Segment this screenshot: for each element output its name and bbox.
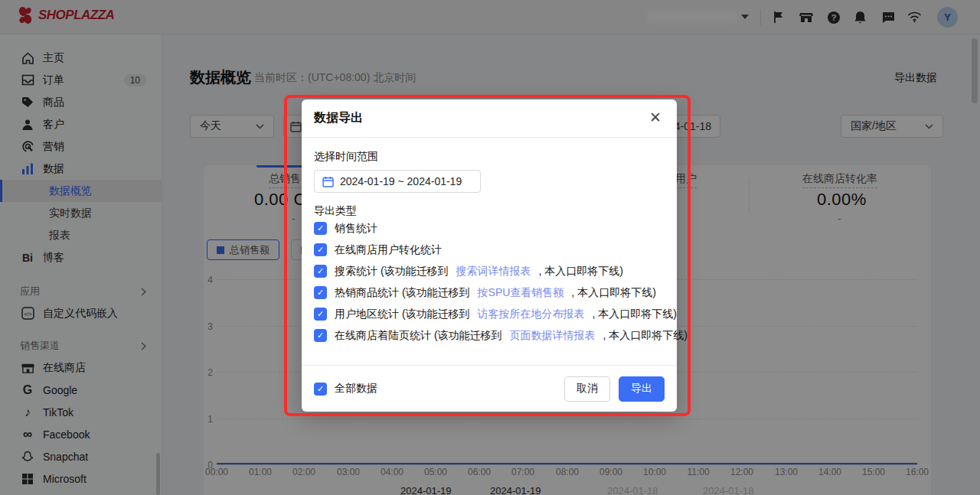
all-data-label: 全部数据 [335, 382, 377, 396]
migration-link[interactable]: 访客按所在地分布报表 [478, 308, 585, 321]
data-export-modal: 数据导出 ✕ 选择时间范围 2024-01-19 ~ 2024-01-19 导出… [302, 99, 677, 412]
close-icon[interactable]: ✕ [649, 110, 662, 125]
export-button[interactable]: 导出 [619, 376, 665, 402]
export-type-row: 在线商店用户转化统计 [314, 243, 665, 256]
export-type-row: 搜索统计 (该功能迁移到搜索词详情报表, 本入口即将下线) [314, 265, 665, 278]
cancel-button[interactable]: 取消 [564, 376, 610, 402]
export-type-label: 导出类型 [314, 204, 357, 218]
modal-footer: 全部数据 取消 导出 [302, 365, 677, 412]
export-type-list: 销售统计 在线商店用户转化统计 搜索统计 (该功能迁移到搜索词详情报表, 本入口… [314, 222, 665, 350]
export-type-row: 用户地区统计 (该功能迁移到访客按所在地分布报表, 本入口即将下线) [314, 308, 665, 321]
checkbox-checked-icon[interactable] [314, 308, 327, 321]
migration-link[interactable]: 按SPU查看销售额 [478, 286, 564, 300]
checkbox-checked-icon[interactable] [314, 286, 327, 299]
checkbox-checked-icon[interactable] [314, 222, 327, 235]
export-type-row: 在线商店着陆页统计 (该功能迁移到页面数据详情报表, 本入口即将下线) [314, 329, 665, 342]
export-type-row: 销售统计 [314, 222, 665, 235]
calendar-icon [322, 176, 334, 187]
checkbox-checked-icon[interactable] [314, 243, 327, 256]
time-range-label: 选择时间范围 [314, 150, 378, 164]
checkbox-checked-icon[interactable] [314, 265, 327, 278]
export-type-row: 热销商品统计 (该功能迁移到按SPU查看销售额, 本入口即将下线) [314, 286, 665, 299]
checkbox-checked-icon[interactable] [314, 383, 327, 396]
modal-date-range-input[interactable]: 2024-01-19 ~ 2024-01-19 [314, 170, 481, 193]
migration-link[interactable]: 页面数据详情报表 [510, 329, 596, 343]
modal-header: 数据导出 ✕ [302, 99, 677, 138]
modal-date-range-value: 2024-01-19 ~ 2024-01-19 [340, 175, 462, 187]
checkbox-checked-icon[interactable] [314, 329, 327, 342]
migration-link[interactable]: 搜索词详情报表 [456, 265, 531, 278]
modal-title: 数据导出 [314, 110, 363, 126]
